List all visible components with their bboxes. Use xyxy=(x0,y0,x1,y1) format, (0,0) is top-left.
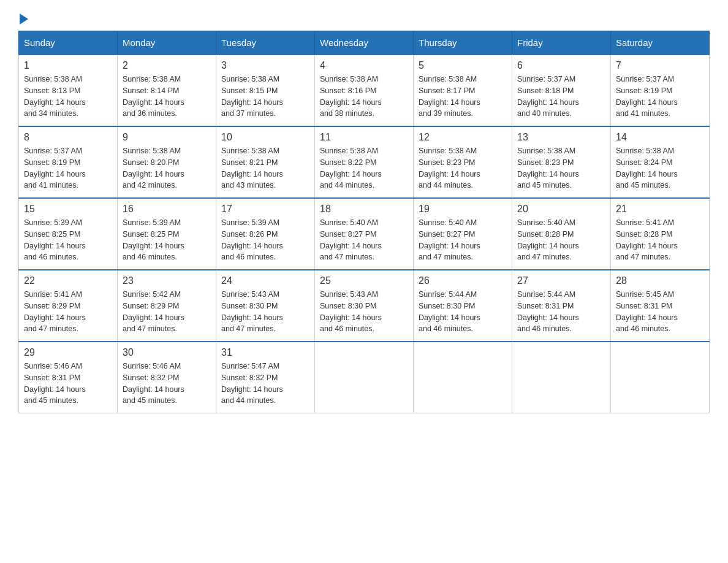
calendar-cell: 23 Sunrise: 5:42 AM Sunset: 8:29 PM Dayl… xyxy=(118,270,216,342)
calendar-cell: 27 Sunrise: 5:44 AM Sunset: 8:31 PM Dayl… xyxy=(512,270,611,342)
day-info: Sunrise: 5:44 AM Sunset: 8:31 PM Dayligh… xyxy=(517,289,605,335)
day-info: Sunrise: 5:41 AM Sunset: 8:28 PM Dayligh… xyxy=(616,217,704,263)
day-info: Sunrise: 5:38 AM Sunset: 8:13 PM Dayligh… xyxy=(24,74,112,120)
weekday-header-thursday: Thursday xyxy=(414,31,512,55)
day-info: Sunrise: 5:43 AM Sunset: 8:30 PM Dayligh… xyxy=(221,289,309,335)
calendar-cell: 17 Sunrise: 5:39 AM Sunset: 8:26 PM Dayl… xyxy=(216,198,315,270)
day-number: 27 xyxy=(517,275,605,286)
day-info: Sunrise: 5:38 AM Sunset: 8:20 PM Dayligh… xyxy=(123,145,211,191)
weekday-header-wednesday: Wednesday xyxy=(315,31,414,55)
day-number: 1 xyxy=(24,60,112,71)
calendar-cell: 21 Sunrise: 5:41 AM Sunset: 8:28 PM Dayl… xyxy=(611,198,710,270)
calendar-cell: 5 Sunrise: 5:38 AM Sunset: 8:17 PM Dayli… xyxy=(414,55,512,126)
day-info: Sunrise: 5:44 AM Sunset: 8:30 PM Dayligh… xyxy=(419,289,507,335)
calendar-cell: 3 Sunrise: 5:38 AM Sunset: 8:15 PM Dayli… xyxy=(216,55,315,126)
day-number: 17 xyxy=(221,204,309,215)
day-number: 30 xyxy=(123,347,211,358)
calendar-cell: 12 Sunrise: 5:38 AM Sunset: 8:23 PM Dayl… xyxy=(414,126,512,198)
calendar-header-row: SundayMondayTuesdayWednesdayThursdayFrid… xyxy=(19,31,710,55)
calendar-cell: 31 Sunrise: 5:47 AM Sunset: 8:32 PM Dayl… xyxy=(216,342,315,413)
day-info: Sunrise: 5:38 AM Sunset: 8:23 PM Dayligh… xyxy=(419,145,507,191)
day-number: 19 xyxy=(419,204,507,215)
calendar-cell: 26 Sunrise: 5:44 AM Sunset: 8:30 PM Dayl… xyxy=(414,270,512,342)
day-number: 9 xyxy=(123,132,211,143)
calendar-cell: 2 Sunrise: 5:38 AM Sunset: 8:14 PM Dayli… xyxy=(118,55,216,126)
calendar-week-row: 1 Sunrise: 5:38 AM Sunset: 8:13 PM Dayli… xyxy=(19,55,710,126)
day-number: 2 xyxy=(123,60,211,71)
day-number: 28 xyxy=(616,275,704,286)
day-number: 16 xyxy=(123,204,211,215)
day-info: Sunrise: 5:38 AM Sunset: 8:16 PM Dayligh… xyxy=(320,74,408,120)
weekday-header-sunday: Sunday xyxy=(19,31,118,55)
day-number: 5 xyxy=(419,60,507,71)
page-header xyxy=(18,12,710,20)
day-number: 31 xyxy=(221,347,309,358)
weekday-header-saturday: Saturday xyxy=(611,31,710,55)
day-number: 15 xyxy=(24,204,112,215)
day-info: Sunrise: 5:38 AM Sunset: 8:22 PM Dayligh… xyxy=(320,145,408,191)
day-info: Sunrise: 5:38 AM Sunset: 8:17 PM Dayligh… xyxy=(419,74,507,120)
weekday-header-tuesday: Tuesday xyxy=(216,31,315,55)
day-number: 14 xyxy=(616,132,704,143)
day-number: 4 xyxy=(320,60,408,71)
logo xyxy=(18,12,28,20)
day-number: 25 xyxy=(320,275,408,286)
day-info: Sunrise: 5:38 AM Sunset: 8:23 PM Dayligh… xyxy=(517,145,605,191)
day-number: 24 xyxy=(221,275,309,286)
day-info: Sunrise: 5:39 AM Sunset: 8:26 PM Dayligh… xyxy=(221,217,309,263)
calendar-cell: 1 Sunrise: 5:38 AM Sunset: 8:13 PM Dayli… xyxy=(19,55,118,126)
day-info: Sunrise: 5:42 AM Sunset: 8:29 PM Dayligh… xyxy=(123,289,211,335)
day-number: 13 xyxy=(517,132,605,143)
calendar-cell: 22 Sunrise: 5:41 AM Sunset: 8:29 PM Dayl… xyxy=(19,270,118,342)
calendar-cell: 7 Sunrise: 5:37 AM Sunset: 8:19 PM Dayli… xyxy=(611,55,710,126)
calendar-cell: 18 Sunrise: 5:40 AM Sunset: 8:27 PM Dayl… xyxy=(315,198,414,270)
weekday-header-friday: Friday xyxy=(512,31,611,55)
calendar-cell: 6 Sunrise: 5:37 AM Sunset: 8:18 PM Dayli… xyxy=(512,55,611,126)
calendar-cell: 29 Sunrise: 5:46 AM Sunset: 8:31 PM Dayl… xyxy=(19,342,118,413)
logo-arrow-icon xyxy=(20,13,28,25)
calendar-cell: 11 Sunrise: 5:38 AM Sunset: 8:22 PM Dayl… xyxy=(315,126,414,198)
day-info: Sunrise: 5:38 AM Sunset: 8:15 PM Dayligh… xyxy=(221,74,309,120)
day-info: Sunrise: 5:46 AM Sunset: 8:31 PM Dayligh… xyxy=(24,361,112,407)
day-number: 23 xyxy=(123,275,211,286)
calendar-cell: 9 Sunrise: 5:38 AM Sunset: 8:20 PM Dayli… xyxy=(118,126,216,198)
calendar-cell xyxy=(611,342,710,413)
calendar-cell: 25 Sunrise: 5:43 AM Sunset: 8:30 PM Dayl… xyxy=(315,270,414,342)
day-info: Sunrise: 5:37 AM Sunset: 8:19 PM Dayligh… xyxy=(24,145,112,191)
day-info: Sunrise: 5:41 AM Sunset: 8:29 PM Dayligh… xyxy=(24,289,112,335)
calendar-week-row: 22 Sunrise: 5:41 AM Sunset: 8:29 PM Dayl… xyxy=(19,270,710,342)
day-info: Sunrise: 5:47 AM Sunset: 8:32 PM Dayligh… xyxy=(221,361,309,407)
day-info: Sunrise: 5:46 AM Sunset: 8:32 PM Dayligh… xyxy=(123,361,211,407)
calendar-cell: 24 Sunrise: 5:43 AM Sunset: 8:30 PM Dayl… xyxy=(216,270,315,342)
calendar-table: SundayMondayTuesdayWednesdayThursdayFrid… xyxy=(18,31,710,413)
day-number: 11 xyxy=(320,132,408,143)
calendar-cell: 14 Sunrise: 5:38 AM Sunset: 8:24 PM Dayl… xyxy=(611,126,710,198)
day-info: Sunrise: 5:39 AM Sunset: 8:25 PM Dayligh… xyxy=(24,217,112,263)
calendar-cell: 30 Sunrise: 5:46 AM Sunset: 8:32 PM Dayl… xyxy=(118,342,216,413)
day-number: 10 xyxy=(221,132,309,143)
calendar-cell: 15 Sunrise: 5:39 AM Sunset: 8:25 PM Dayl… xyxy=(19,198,118,270)
day-info: Sunrise: 5:40 AM Sunset: 8:27 PM Dayligh… xyxy=(320,217,408,263)
day-number: 8 xyxy=(24,132,112,143)
calendar-week-row: 8 Sunrise: 5:37 AM Sunset: 8:19 PM Dayli… xyxy=(19,126,710,198)
calendar-week-row: 15 Sunrise: 5:39 AM Sunset: 8:25 PM Dayl… xyxy=(19,198,710,270)
calendar-cell: 16 Sunrise: 5:39 AM Sunset: 8:25 PM Dayl… xyxy=(118,198,216,270)
calendar-cell: 20 Sunrise: 5:40 AM Sunset: 8:28 PM Dayl… xyxy=(512,198,611,270)
calendar-cell xyxy=(414,342,512,413)
calendar-cell xyxy=(315,342,414,413)
day-number: 12 xyxy=(419,132,507,143)
calendar-week-row: 29 Sunrise: 5:46 AM Sunset: 8:31 PM Dayl… xyxy=(19,342,710,413)
calendar-cell: 8 Sunrise: 5:37 AM Sunset: 8:19 PM Dayli… xyxy=(19,126,118,198)
day-number: 3 xyxy=(221,60,309,71)
day-number: 21 xyxy=(616,204,704,215)
day-number: 6 xyxy=(517,60,605,71)
calendar-cell xyxy=(512,342,611,413)
day-number: 29 xyxy=(24,347,112,358)
day-info: Sunrise: 5:43 AM Sunset: 8:30 PM Dayligh… xyxy=(320,289,408,335)
day-info: Sunrise: 5:37 AM Sunset: 8:19 PM Dayligh… xyxy=(616,74,704,120)
day-number: 18 xyxy=(320,204,408,215)
day-info: Sunrise: 5:38 AM Sunset: 8:21 PM Dayligh… xyxy=(221,145,309,191)
day-number: 26 xyxy=(419,275,507,286)
day-info: Sunrise: 5:39 AM Sunset: 8:25 PM Dayligh… xyxy=(123,217,211,263)
calendar-cell: 28 Sunrise: 5:45 AM Sunset: 8:31 PM Dayl… xyxy=(611,270,710,342)
